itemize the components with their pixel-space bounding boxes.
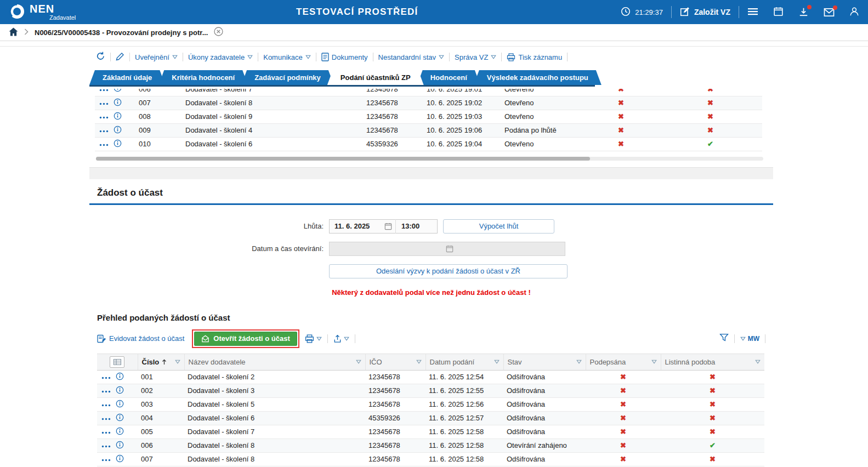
lhuta-date-field[interactable]: 11. 6. 2025 (330, 222, 384, 230)
info-icon[interactable] (114, 98, 122, 108)
cell-listinna-podoba-mark: ✖ (661, 452, 764, 466)
column-header-nazev-dodavatele[interactable]: Název dodavatele (184, 354, 365, 370)
column-header-ico[interactable]: IČO (365, 354, 426, 370)
info-icon[interactable] (114, 139, 122, 149)
menu-tisk-zaznamu[interactable]: Tisk záznamu (507, 53, 562, 61)
chevron-down-icon (316, 337, 322, 341)
cell-ico: 12345678 (363, 110, 423, 123)
cell-stav: Odšifrována (503, 384, 586, 397)
column-header-datum-podani[interactable]: Datum podání (426, 354, 503, 370)
menu-sprava-vz[interactable]: Správa VZ (455, 53, 496, 61)
menu-icon[interactable] (747, 7, 758, 18)
filter-icon[interactable] (719, 333, 729, 344)
column-header-podepsana[interactable]: Podepsána (586, 354, 661, 370)
cell-listinna-podoba-mark: ✖ (659, 96, 762, 110)
row-menu-icon[interactable] (101, 428, 111, 436)
info-icon[interactable] (116, 386, 124, 396)
cell-cislo: 002 (138, 384, 184, 397)
cell-nazev-dodavatele: Dodavatel - školení 8 (184, 452, 365, 466)
menu-ukony-zadavatele[interactable]: Úkony zadavatele (188, 53, 253, 61)
chevron-down-icon (247, 55, 253, 59)
cell-nazev-dodavatele: Dodavatel - školení 2 (184, 370, 365, 384)
column-header-stav[interactable]: Stav (503, 354, 586, 370)
tab-vysledek-zadavaciho-postupu[interactable]: Výsledek zadávacího postupu (474, 70, 602, 85)
table-row: 005 Dodavatel - školení 7 12345678 11. 6… (97, 425, 764, 438)
cell-datum-podani: 11. 6. 2025 12:58 (426, 452, 503, 466)
info-icon[interactable] (114, 112, 122, 122)
row-menu-icon[interactable] (101, 373, 111, 381)
cell-nazev-dodavatele: Dodavatel - školení 9 (182, 110, 363, 123)
messages-icon[interactable] (824, 8, 835, 17)
menu-komunikace[interactable]: Komunikace (263, 53, 311, 61)
calendar-icon (446, 245, 453, 254)
cell-stav: Odšifrována (503, 425, 586, 438)
back-refresh-icon[interactable] (96, 52, 105, 62)
cell-ico: 12345678 (363, 123, 423, 137)
row-menu-icon[interactable] (101, 455, 111, 463)
submissions-table-viewport: 006 Dodavatel - školení 7 12345678 10. 6… (95, 89, 768, 151)
home-icon[interactable] (9, 27, 18, 38)
print-menu[interactable] (305, 334, 322, 343)
breadcrumb: N006/25/V00005438 - Provozování prodejny… (0, 24, 868, 41)
cell-podepsana-mark: ✖ (583, 137, 659, 151)
table-header-row: Číslo Název dodavatele IČO (97, 354, 764, 370)
close-tab-icon[interactable] (214, 27, 223, 38)
row-menu-icon[interactable] (101, 414, 111, 422)
row-menu-icon[interactable] (99, 89, 109, 93)
create-vz-button[interactable]: Založit VZ (680, 7, 730, 18)
row-menu-icon[interactable] (99, 112, 109, 121)
lhuta-time-field[interactable]: 13:00 (395, 219, 437, 234)
menu-uverejneni[interactable]: Uveřejnění (135, 53, 178, 61)
row-menu-icon[interactable] (101, 441, 111, 449)
tab-hodnoceni[interactable]: Hodnocení (417, 70, 480, 85)
evidovat-zadost-link[interactable]: Evidovat žádost o účast (97, 334, 184, 343)
info-icon[interactable] (116, 413, 124, 423)
tab-zakladni-udaje[interactable]: Základní údaje (89, 70, 165, 85)
cell-podepsana-mark: ✖ (583, 96, 659, 110)
vypocet-lhut-button[interactable]: Výpočet lhůt (443, 219, 554, 234)
document-icon (321, 53, 329, 61)
cell-ico: 45359326 (365, 411, 426, 425)
info-icon[interactable] (116, 400, 124, 409)
info-icon[interactable] (116, 372, 124, 382)
divider (327, 334, 328, 343)
column-settings-button[interactable] (110, 356, 124, 368)
divider (373, 53, 373, 61)
row-menu-icon[interactable] (99, 99, 109, 107)
menu-dokumenty[interactable]: Dokumenty (321, 53, 368, 61)
user-icon[interactable] (849, 7, 859, 18)
breadcrumb-record[interactable]: N006/25/V00005438 - Provozování prodejny… (35, 29, 208, 37)
downloads-icon[interactable] (798, 7, 809, 17)
export-menu[interactable] (333, 334, 349, 343)
scrollbar-thumb[interactable] (96, 157, 590, 161)
info-icon[interactable] (114, 126, 122, 135)
info-icon[interactable] (114, 89, 122, 94)
horizontal-scrollbar[interactable] (96, 157, 763, 161)
table-row: 001 Dodavatel - školení 2 12345678 11. 6… (97, 370, 764, 384)
calendar-icon[interactable] (773, 7, 784, 18)
column-header-listinna-podoba[interactable]: Listinná podoba (661, 354, 764, 370)
nen-logo[interactable]: NEN Zadavatel (9, 3, 76, 21)
row-menu-icon[interactable] (101, 400, 111, 408)
edit-icon[interactable] (116, 52, 124, 62)
lhuta-datetime-input: 11. 6. 2025 13:00 (329, 219, 438, 234)
info-icon[interactable] (116, 441, 124, 451)
tab-podani-ucastniku-zp[interactable]: Podání účastníků ZP (327, 70, 424, 85)
menu-nestandardni-stav[interactable]: Nestandardní stav (378, 53, 445, 61)
tab-zadavaci-podminky[interactable]: Zadávací podmínky (241, 70, 334, 85)
tab-kriteria-hodnoceni[interactable]: Kritéria hodnocení (158, 70, 248, 85)
info-icon[interactable] (116, 427, 124, 437)
row-menu-icon[interactable] (101, 386, 111, 395)
otevrit-zadosti-button[interactable]: Otevřít žádosti o účast (194, 332, 297, 346)
column-header-cislo[interactable]: Číslo (138, 354, 184, 370)
cell-stav: Otevřeno (501, 137, 583, 151)
row-menu-icon[interactable] (99, 140, 109, 148)
view-menu[interactable]: MW (740, 335, 759, 343)
odeslani-vyzvy-button[interactable]: Odeslání výzvy k podání žádosti o účast … (329, 264, 568, 278)
cell-podepsana-mark: ✖ (583, 123, 659, 137)
row-menu-icon[interactable] (99, 126, 109, 134)
cell-datum-podani: 10. 6. 2025 19:03 (423, 110, 501, 123)
calendar-icon[interactable] (384, 223, 395, 230)
info-icon[interactable] (116, 454, 124, 464)
cell-datum-podani: 11. 6. 2025 12:55 (426, 384, 503, 397)
